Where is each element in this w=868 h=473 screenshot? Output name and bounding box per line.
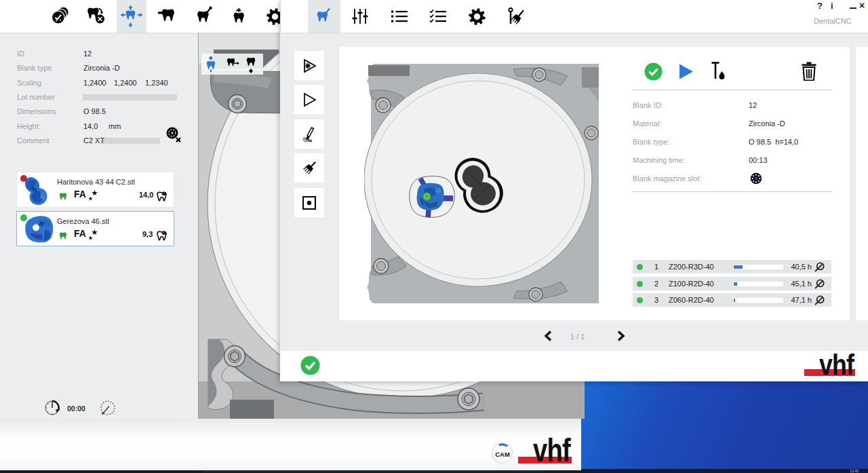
svg-text:CAM: CAM: [495, 451, 510, 458]
